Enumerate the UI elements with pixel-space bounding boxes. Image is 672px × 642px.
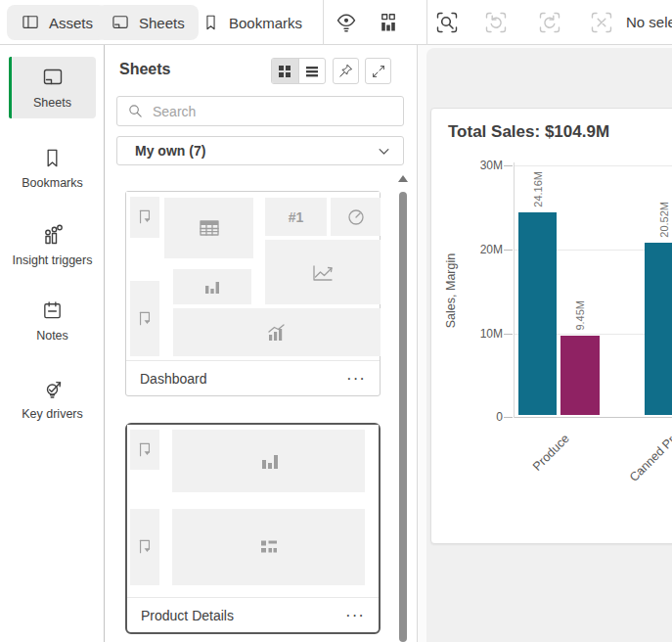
sidebar-item-label: Key drivers xyxy=(22,407,83,421)
x-axis-baseline xyxy=(514,417,672,418)
chevron-down-icon xyxy=(377,144,391,159)
sheet-icon xyxy=(41,66,65,89)
bar-canned-sales[interactable]: 20.52M xyxy=(645,243,672,415)
sheet-more-options-button[interactable]: ··· xyxy=(346,370,366,387)
expand-icon xyxy=(371,64,386,79)
key-drivers-icon xyxy=(41,377,65,400)
bar-chart-widget xyxy=(172,430,365,492)
selections-tool-button[interactable] xyxy=(433,9,461,36)
y-tick-label: 30M xyxy=(461,159,503,172)
sheet-card-dashboard[interactable]: #1 Dashboard ··· xyxy=(125,191,381,396)
view-toggle xyxy=(271,58,326,84)
bookmark-icon xyxy=(41,147,64,169)
y-tick-label: 20M xyxy=(461,243,503,256)
app-window: Assets Sheets Bookmarks xyxy=(0,0,672,642)
x-category-label: Produce xyxy=(530,432,572,474)
sheet-card-footer: Dashboard ··· xyxy=(126,360,380,395)
sheet-thumbnail: #1 xyxy=(126,192,380,360)
sheet-stage: Total Sales: $104.9M 30M 20M 10M 0 Sales… xyxy=(418,45,672,642)
y-axis-line xyxy=(514,162,515,418)
owner-filter-dropdown[interactable]: My own (7) xyxy=(116,136,404,165)
search-icon xyxy=(127,103,144,119)
bar-value-label: 24.16M xyxy=(532,171,544,207)
left-sidebar: Sheets Bookmarks Insight triggers xyxy=(0,45,105,642)
pin-panel-button[interactable] xyxy=(333,58,359,84)
y-tick-mark xyxy=(504,334,513,335)
sheet-search xyxy=(116,96,404,126)
chart-suggestions-button[interactable] xyxy=(373,7,404,38)
y-axis-title: Sales, Margin xyxy=(444,253,458,328)
insight-advisor-button[interactable] xyxy=(331,7,362,38)
bar-produce-sales[interactable]: 24.16M xyxy=(518,212,557,415)
assets-panel-icon xyxy=(21,13,40,32)
filterpane-widget xyxy=(130,430,159,470)
assets-button[interactable]: Assets xyxy=(7,5,107,40)
sheets-button[interactable]: Sheets xyxy=(97,5,199,40)
notes-icon xyxy=(41,299,64,322)
toolbar-divider xyxy=(426,0,427,45)
undo-icon xyxy=(483,10,509,35)
sidebar-item-label: Notes xyxy=(36,329,68,343)
undo-selection-button[interactable] xyxy=(482,9,510,36)
sidebar-item-key-drivers[interactable]: Key drivers xyxy=(9,368,96,430)
clear-selections-icon xyxy=(589,10,614,35)
sidebar-item-bookmarks[interactable]: Bookmarks xyxy=(9,138,96,199)
bar-chart-card[interactable]: Total Sales: $104.9M 30M 20M 10M 0 Sales… xyxy=(430,108,672,544)
y-tick-label: 10M xyxy=(461,327,503,341)
sheet-title: Product Details xyxy=(141,608,234,623)
search-input[interactable] xyxy=(153,104,393,119)
y-tick-mark xyxy=(504,165,513,166)
filterpane-widget xyxy=(130,197,159,238)
table-widget xyxy=(164,198,253,258)
clear-selections-button[interactable] xyxy=(588,9,615,36)
no-selections-status: No selections xyxy=(626,14,672,30)
bookmarks-button[interactable]: Bookmarks xyxy=(188,5,316,40)
insight-triggers-icon xyxy=(41,223,65,247)
sidebar-item-notes[interactable]: Notes xyxy=(9,291,96,351)
kpi-widget: #1 xyxy=(265,198,327,236)
line-chart-widget xyxy=(265,240,381,304)
sheet-card-product-details[interactable]: Product Details ··· xyxy=(125,423,381,634)
y-tick-label: 0 xyxy=(461,410,503,424)
redo-selection-button[interactable] xyxy=(536,9,563,36)
top-toolbar: Assets Sheets Bookmarks xyxy=(0,0,672,45)
kpi-placeholder-text: #1 xyxy=(289,209,304,225)
assets-label: Assets xyxy=(49,15,93,31)
sheet-title: Dashboard xyxy=(140,371,207,387)
list-view-button[interactable] xyxy=(298,59,326,83)
sidebar-item-insight-triggers[interactable]: Insight triggers xyxy=(9,214,96,276)
bookmarks-label: Bookmarks xyxy=(229,15,302,31)
bar-produce-margin[interactable]: 9.45M xyxy=(560,336,600,415)
scroll-up-arrow[interactable] xyxy=(398,175,408,182)
bar-value-label: 9.45M xyxy=(574,300,586,331)
pivot-table-widget xyxy=(172,509,365,585)
sheets-panel: Sheets My own ( xyxy=(105,45,418,642)
bar-value-label: 20.52M xyxy=(658,202,670,238)
sheet-thumbnail xyxy=(127,425,379,597)
combo-chart-widget xyxy=(173,308,381,356)
filterpane-widget xyxy=(130,281,159,356)
grid-view-icon xyxy=(277,64,292,79)
sidebar-item-sheets[interactable]: Sheets xyxy=(9,57,96,118)
redo-icon xyxy=(537,10,562,35)
panel-title: Sheets xyxy=(119,61,170,78)
insight-advisor-icon xyxy=(335,11,358,34)
sheet-more-options-button[interactable]: ··· xyxy=(345,607,365,623)
toolbar-divider xyxy=(323,0,324,45)
pin-icon xyxy=(337,63,354,79)
y-tick-mark xyxy=(504,417,513,418)
expand-panel-button[interactable] xyxy=(365,58,391,84)
panel-scrollbar-thumb[interactable] xyxy=(399,192,407,642)
sheet-icon xyxy=(111,13,130,32)
charts-grid-icon xyxy=(377,11,400,34)
sidebar-item-label: Sheets xyxy=(33,96,71,110)
y-tick-mark xyxy=(504,250,513,251)
grid-view-button[interactable] xyxy=(272,59,298,83)
selections-search-icon xyxy=(434,10,460,35)
sidebar-item-label: Bookmarks xyxy=(22,176,83,190)
x-category-label: Canned Prod xyxy=(627,424,672,484)
sidebar-item-label: Insight triggers xyxy=(13,253,93,267)
gauge-widget xyxy=(331,198,381,236)
sheet-card-footer: Product Details ··· xyxy=(127,597,379,632)
owner-filter-value: My own (7) xyxy=(135,143,205,159)
